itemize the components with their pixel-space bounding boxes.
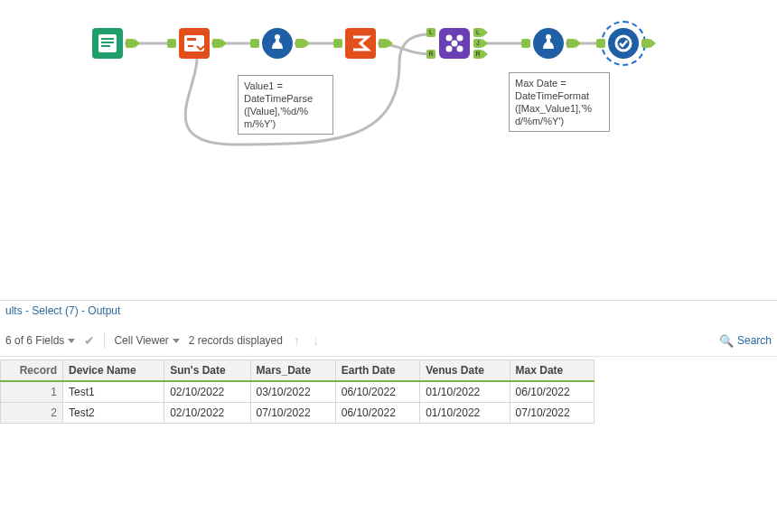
svg-rect-3 [101, 42, 114, 43]
cell[interactable]: 07/10/2022 [510, 403, 594, 424]
summarize-tool[interactable] [345, 28, 376, 59]
cell[interactable]: 06/10/2022 [510, 381, 594, 403]
cell-viewer-label: Cell Viewer [114, 334, 168, 347]
join-port-out-J[interactable]: J [473, 39, 482, 48]
svg-point-19 [546, 34, 551, 40]
arrow-up-icon[interactable]: ↑ [292, 333, 302, 348]
svg-point-17 [452, 41, 458, 47]
row-number: 2 [1, 403, 63, 424]
fields-dropdown[interactable]: 6 of 6 Fields [5, 334, 75, 347]
svg-rect-2 [101, 38, 114, 40]
fields-label: 6 of 6 Fields [5, 334, 64, 347]
workflow-canvas[interactable]: Value1 = DateTimeParse ([Value],'%d/% m/… [0, 0, 777, 289]
cell[interactable]: 02/10/2022 [164, 381, 250, 403]
join-port-in-R[interactable]: R [426, 50, 435, 59]
browse-tool[interactable] [608, 28, 639, 59]
cell[interactable]: Test1 [63, 381, 164, 403]
table-row[interactable]: 1 Test1 02/10/2022 03/10/2022 06/10/2022… [1, 381, 594, 403]
separator [104, 332, 105, 349]
col-header-device-name[interactable]: Device Name [63, 360, 164, 382]
arrow-down-icon[interactable]: ↓ [311, 333, 321, 348]
col-header-mars-date[interactable]: Mars_Date [250, 360, 335, 382]
cell[interactable]: 01/10/2022 [420, 403, 510, 424]
join-tool[interactable]: L R L J R [439, 28, 470, 59]
svg-rect-4 [101, 45, 110, 47]
search-label: Search [737, 334, 772, 347]
cell[interactable]: 06/10/2022 [335, 403, 419, 424]
caret-down-icon [68, 339, 75, 343]
search-button[interactable]: 🔍 Search [719, 334, 772, 348]
formula-tool-2[interactable] [533, 28, 564, 59]
results-grid[interactable]: Record Device Name Sun's Date Mars_Date … [0, 359, 594, 424]
col-header-max-date[interactable]: Max Date [510, 360, 594, 382]
cell[interactable]: 02/10/2022 [164, 403, 250, 424]
results-header-text: ults - Select (7) - Output [5, 304, 120, 317]
grid-header-row: Record Device Name Sun's Date Mars_Date … [1, 360, 594, 382]
col-header-earth-date[interactable]: Earth Date [335, 360, 419, 382]
results-panel-header: ults - Select (7) - Output [0, 300, 777, 321]
svg-point-13 [446, 35, 453, 42]
col-header-record[interactable]: Record [1, 360, 63, 382]
svg-rect-20 [547, 40, 550, 43]
svg-point-15 [446, 46, 453, 52]
svg-point-9 [275, 34, 280, 40]
cell[interactable]: 03/10/2022 [250, 381, 335, 403]
results-toolbar: 6 of 6 Fields ✔ Cell Viewer 2 records di… [0, 325, 777, 357]
cell[interactable]: 07/10/2022 [250, 403, 335, 424]
formula-annotation-1: Value1 = DateTimeParse ([Value],'%d/% m/… [238, 75, 333, 135]
join-port-in-L[interactable]: L [426, 28, 435, 37]
join-port-out-R[interactable]: R [473, 50, 482, 59]
records-text: 2 records displayed [189, 334, 283, 347]
formula-tool-1[interactable] [262, 28, 293, 59]
svg-point-16 [457, 46, 463, 52]
cell[interactable]: 06/10/2022 [335, 381, 419, 403]
text-input-tool[interactable] [92, 28, 123, 59]
check-icon[interactable]: ✔ [84, 333, 95, 348]
cell-viewer-dropdown[interactable]: Cell Viewer [114, 334, 179, 347]
select-tool[interactable] [179, 28, 210, 59]
svg-rect-10 [276, 40, 279, 43]
col-header-suns-date[interactable]: Sun's Date [164, 360, 250, 382]
join-port-out-L[interactable]: L [473, 28, 482, 37]
svg-rect-7 [187, 38, 196, 41]
table-row[interactable]: 2 Test2 02/10/2022 07/10/2022 06/10/2022… [1, 403, 594, 424]
formula-annotation-2: Max Date = DateTimeFormat ([Max_Value1],… [509, 72, 610, 132]
svg-point-14 [457, 35, 463, 42]
cell[interactable]: 01/10/2022 [420, 381, 510, 403]
col-header-venus-date[interactable]: Venus Date [420, 360, 510, 382]
row-number: 1 [1, 381, 63, 403]
caret-down-icon [173, 339, 180, 343]
cell[interactable]: Test2 [63, 403, 164, 424]
search-icon: 🔍 [719, 334, 734, 348]
